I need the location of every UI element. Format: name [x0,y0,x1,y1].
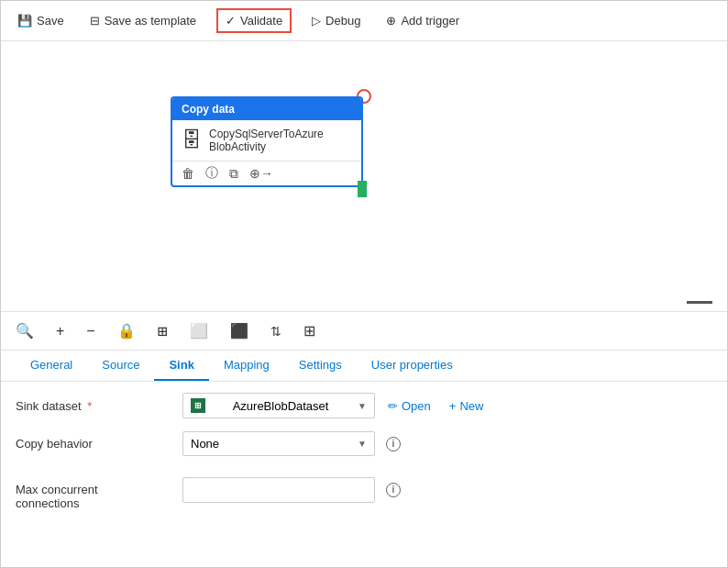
grid-icon: ⊞ [303,322,315,340]
max-concurrent-info-icon[interactable]: i [386,483,401,497]
sink-dataset-row: Sink dataset * ⊞ AzureBlobDataset ▼ ✏ Op… [16,393,712,418]
zoom-toolbar: 🔍 + − 🔒 ⊞ ⬜ ⬛ ⇅ ⊞ [1,312,727,351]
tab-source[interactable]: Source [87,351,154,381]
open-dataset-button[interactable]: ✏ Open [382,395,436,417]
copy-data-activity[interactable]: Copy data 🗄 CopySqlServerToAzure BlobAct… [171,96,363,187]
debug-label: Debug [325,14,360,28]
tab-mapping[interactable]: Mapping [209,351,284,381]
lock-button[interactable]: 🔒 [114,320,139,341]
sink-dataset-select[interactable]: ⊞ AzureBlobDataset ▼ [182,393,375,418]
delete-icon[interactable]: 🗑 [182,166,194,181]
fit-zoom-button[interactable]: ⊞ [154,319,171,342]
new-plus-icon: + [449,399,457,413]
max-concurrent-control: i [182,477,712,503]
play-icon: ▷ [312,14,321,28]
sink-dataset-value: AzureBlobDataset [233,399,329,413]
select-mode-button[interactable]: ⬛ [226,320,252,341]
required-indicator: * [87,399,92,413]
activity-name-label: CopySqlServerToAzure BlobActivity [209,128,324,153]
grid-button[interactable]: ⊞ [300,320,319,341]
activity-action-bar: 🗑 ⓘ ⧉ ⊕→ [172,161,361,185]
validate-label: Validate [240,14,282,28]
max-concurrent-row: Max concurrent connections i [16,469,712,510]
save-label: Save [37,14,64,28]
copy-behavior-value: None [191,437,219,451]
edit-icon: ✏ [388,399,398,413]
connection-indicator [358,181,367,197]
debug-button[interactable]: ▷ Debug [306,10,366,31]
tab-user-properties[interactable]: User properties [357,351,468,381]
excel-icon: ⊞ [191,398,205,413]
search-icon: 🔍 [16,322,34,340]
add-trigger-label: Add trigger [401,14,459,28]
max-concurrent-label: Max concurrent connections [16,469,171,510]
sink-dataset-control: ⊞ AzureBlobDataset ▼ ✏ Open + New [182,393,712,418]
tab-sink[interactable]: Sink [154,351,208,381]
tab-settings[interactable]: Settings [284,351,357,381]
sink-dataset-label: Sink dataset * [16,399,171,413]
minus-icon: − [86,323,94,340]
tab-general[interactable]: General [16,351,87,381]
trigger-icon: ⊕ [386,14,396,28]
checkmark-icon: ✓ [226,14,236,28]
copy-behavior-row: Copy behavior None ▼ i [16,431,712,456]
copy-behavior-label: Copy behavior [16,437,171,451]
canvas-divider [687,301,712,304]
activity-body: 🗄 CopySqlServerToAzure BlobActivity [172,120,361,161]
properties-panel: Sink dataset * ⊞ AzureBlobDataset ▼ ✏ Op… [1,382,727,534]
pipeline-canvas[interactable]: Copy data 🗄 CopySqlServerToAzure BlobAct… [1,41,727,312]
add-next-icon[interactable]: ⊕→ [249,166,273,181]
plus-icon: + [56,323,64,340]
copy-behavior-select[interactable]: None ▼ [182,431,375,456]
property-tabs: General Source Sink Mapping Settings Use… [1,351,727,382]
lock-icon: 🔒 [117,322,136,340]
new-dataset-button[interactable]: + New [444,395,490,417]
template-icon: ⊟ [90,14,100,28]
fit-zoom-icon: ⊞ [158,321,168,340]
open-label: Open [402,399,431,413]
database-icon: 🗄 [182,128,202,152]
fit-canvas-button[interactable]: ⬜ [186,320,212,341]
select-icon: ⬛ [230,322,248,340]
save-button[interactable]: 💾 Save [12,10,70,31]
dropdown-arrow-icon: ▼ [358,401,367,411]
save-icon: 💾 [17,14,32,28]
canvas-fit-icon: ⬜ [190,322,208,340]
dropdown-arrow-icon: ▼ [358,439,367,449]
new-label: New [459,399,483,413]
info-icon[interactable]: ⓘ [205,165,218,182]
save-as-template-button[interactable]: ⊟ Save as template [84,10,202,31]
copy-behavior-control: None ▼ i [182,431,712,456]
zoom-out-button[interactable]: − [83,321,98,341]
zoom-in-button[interactable]: + [52,321,68,341]
copy-icon[interactable]: ⧉ [229,166,238,182]
activity-type-label: Copy data [182,103,235,116]
reorder-button[interactable]: ⇅ [267,322,285,340]
add-trigger-button[interactable]: ⊕ Add trigger [381,10,465,31]
search-button[interactable]: 🔍 [12,320,38,341]
copy-behavior-info-icon[interactable]: i [386,437,401,451]
activity-header: Copy data [172,98,361,120]
validate-button[interactable]: ✓ Validate [216,8,292,33]
reorder-icon: ⇅ [270,324,281,339]
main-toolbar: 💾 Save ⊟ Save as template ✓ Validate ▷ D… [1,1,727,41]
save-as-template-label: Save as template [105,14,196,28]
max-concurrent-input[interactable] [182,477,375,503]
